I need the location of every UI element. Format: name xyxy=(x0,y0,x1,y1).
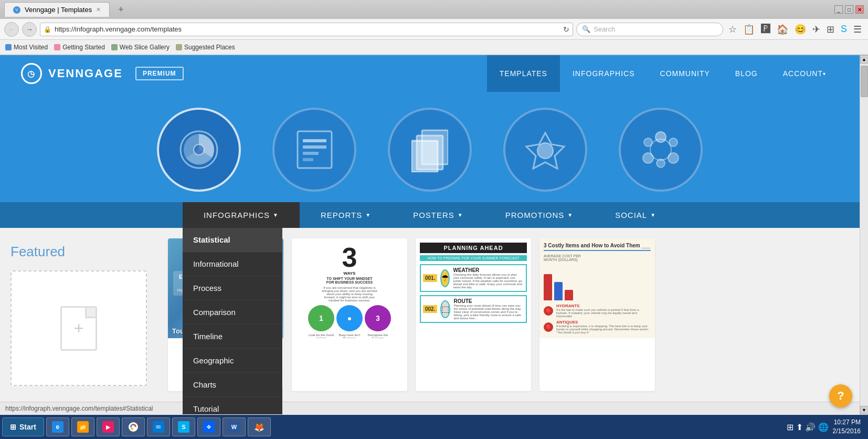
start-button[interactable]: ⊞ Start xyxy=(2,417,44,436)
tab-reports[interactable]: REPORTS ▼ xyxy=(300,202,392,228)
start-label: Start xyxy=(19,423,36,431)
ways-big-number: 3 xyxy=(342,244,357,271)
tab-reports-label: REPORTS xyxy=(321,211,362,220)
tab-promotions[interactable]: PROMOTIONS ▼ xyxy=(484,202,594,228)
tab-close-button[interactable]: ✕ xyxy=(96,6,101,13)
taskbar-skype[interactable]: S xyxy=(172,417,195,436)
browser-tab[interactable]: V Venngage | Templates ✕ xyxy=(4,2,110,17)
costly-label-2: ANTIQUES xyxy=(556,320,651,325)
reports-arrow-icon: ▼ xyxy=(365,212,371,218)
minimize-button[interactable]: _ xyxy=(834,5,843,14)
send-icon[interactable]: ✈ xyxy=(810,24,822,35)
back-button[interactable]: ← xyxy=(4,22,19,37)
nav-community[interactable]: COMMUNITY xyxy=(648,55,723,92)
template-card-costly[interactable]: 3 Costly Items and How to Avoid Them ___… xyxy=(539,238,655,391)
nav-infographics[interactable]: INFOGRAPHICS xyxy=(560,55,648,92)
bookmark-most-visited[interactable]: Most Visited xyxy=(5,44,48,51)
dropdown-statistical[interactable]: Statistical xyxy=(183,228,282,252)
window-controls: _ □ ✕ xyxy=(834,5,864,14)
costly-subtitle: AVERAGE COST PERMONTH (DOLLARS) xyxy=(544,254,651,262)
browser-toolbar: ← → 🔒 https://infograph.venngage.com/tem… xyxy=(0,19,868,40)
ways-label-2: Busy-ness Isn't Business xyxy=(336,333,363,338)
dropdown-process[interactable]: Process xyxy=(183,276,282,300)
taskbar-ie[interactable]: e xyxy=(46,417,69,436)
svg-point-14 xyxy=(668,153,679,163)
scroll-thumb[interactable] xyxy=(861,66,868,97)
weather-desc: Checking the daily forecast allows you t… xyxy=(453,273,524,289)
taskbar-firefox[interactable]: 🦊 xyxy=(248,417,271,436)
category-promotions-icon[interactable] xyxy=(503,108,587,192)
dropdown-comparison[interactable]: Comparison xyxy=(183,300,282,325)
scroll-up-button[interactable]: ▲ xyxy=(860,55,869,64)
ways-image: 3 WAYS TO SHIFT YOUR MINDSETFOR BUSINESS… xyxy=(292,238,407,338)
bookmark-label: Most Visited xyxy=(14,44,48,51)
forward-button[interactable]: → xyxy=(22,22,37,37)
skype-icon[interactable]: S xyxy=(839,24,849,35)
bookmark-web-slice[interactable]: Web Slice Gallery xyxy=(111,44,170,51)
home-icon[interactable]: 🏠 xyxy=(775,24,790,35)
ways-label-3: Recognize the Essence xyxy=(365,333,391,338)
ways-circle-2: ● xyxy=(336,305,363,331)
ways-word: WAYS xyxy=(344,271,356,276)
help-button[interactable]: ? xyxy=(829,384,852,407)
close-button[interactable]: ✕ xyxy=(855,5,864,14)
extensions-icon[interactable]: ⊞ xyxy=(824,24,837,35)
tab-social[interactable]: SOCIAL ▼ xyxy=(594,202,677,228)
dropdown-timeline[interactable]: Timeline xyxy=(183,325,282,349)
favorites-icon[interactable]: ☆ xyxy=(726,24,739,35)
emoji-icon[interactable]: 😊 xyxy=(792,24,808,35)
taskbar-word[interactable]: W xyxy=(223,417,246,436)
svg-rect-6 xyxy=(303,158,313,161)
pocket-icon[interactable]: 🅿 xyxy=(759,24,772,35)
taskbar-media[interactable]: ▶ xyxy=(97,417,120,436)
category-posters-icon[interactable] xyxy=(388,108,472,192)
taskbar-explorer[interactable]: 📁 xyxy=(71,417,94,436)
svg-rect-9 xyxy=(411,141,438,172)
bookmark-getting-started[interactable]: Getting Started xyxy=(54,44,105,51)
bar-group-2 xyxy=(554,282,563,300)
template-card-planning[interactable]: PLANNING AHEAD HOW TO PREPARE FOR YOUR S… xyxy=(416,238,531,391)
category-reports-icon[interactable] xyxy=(272,108,356,192)
tab-infographics[interactable]: INFOGRAPHICS ▼ xyxy=(183,202,300,228)
taskbar-chrome[interactable] xyxy=(122,417,145,436)
dropdown-tutorial[interactable]: Tutorial xyxy=(183,397,282,414)
url-bar[interactable]: 🔒 https://infograph.venngage.com/templat… xyxy=(40,23,573,36)
scroll-down-button[interactable]: ▼ xyxy=(860,406,869,414)
clock-time: 10:27 PM xyxy=(833,418,861,427)
nav-account[interactable]: ACCOUNT xyxy=(770,55,839,92)
search-icon: 🔍 xyxy=(582,25,590,33)
restore-button[interactable]: □ xyxy=(845,5,853,14)
tab-posters[interactable]: POSTERS ▼ xyxy=(392,202,484,228)
new-template-button[interactable] xyxy=(10,270,147,386)
taskbar-dropbox[interactable]: ❖ xyxy=(197,417,220,436)
scrollbar[interactable]: ▲ ▼ xyxy=(860,55,868,414)
nav-templates[interactable]: TEMPLATES xyxy=(487,55,560,92)
premium-badge[interactable]: PREMIUM xyxy=(135,67,184,80)
svg-rect-5 xyxy=(303,152,319,155)
social-circle xyxy=(619,108,703,192)
bar-red-1 xyxy=(544,274,552,300)
system-tray: ⊞ ⬆ 🔊 🌐 10:27 PM 2/15/2016 xyxy=(781,418,866,436)
refresh-button[interactable]: ↻ xyxy=(563,25,569,34)
nav-right: TEMPLATES INFOGRAPHICS COMMUNITY BLOG AC… xyxy=(487,55,839,92)
category-infographics-icon[interactable] xyxy=(157,108,241,192)
status-bar: https://infograph.venngage.com/templates… xyxy=(0,402,860,414)
dropdown-informational[interactable]: Informational xyxy=(183,252,282,276)
tab-favicon: V xyxy=(13,6,20,14)
tab-posters-label: POSTERS xyxy=(413,211,454,220)
taskbar-outlook[interactable]: ✉ xyxy=(147,417,170,436)
nav-blog[interactable]: BLOG xyxy=(723,55,770,92)
search-bar[interactable]: 🔍 Search xyxy=(576,23,723,36)
costly-items: 🔴 HYDRANTS It's the law to make sure you… xyxy=(544,304,651,334)
logo-text: VENNGAGE xyxy=(48,67,123,80)
category-social-icon[interactable] xyxy=(619,108,703,192)
template-card-3ways[interactable]: 3 WAYS TO SHIFT YOUR MINDSETFOR BUSINESS… xyxy=(292,238,407,391)
bookmark-suggested[interactable]: Suggested Places xyxy=(176,44,235,51)
dropdown-charts[interactable]: Charts xyxy=(183,373,282,397)
dropdown-geographic[interactable]: Geographic xyxy=(183,349,282,373)
menu-icon[interactable]: ☰ xyxy=(851,24,864,35)
browser-frame: V Venngage | Templates ✕ + _ □ ✕ ← → 🔒 h… xyxy=(0,0,868,55)
reading-list-icon[interactable]: 📋 xyxy=(741,24,757,35)
new-tab-button[interactable]: + xyxy=(114,4,128,15)
infographics-tab-wrapper: INFOGRAPHICS ▼ Statistical Informational… xyxy=(183,202,300,228)
